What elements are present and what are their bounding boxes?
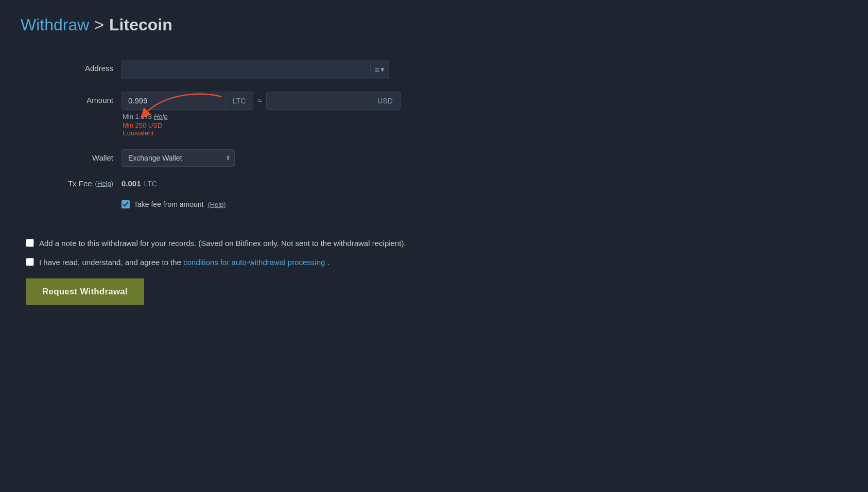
usd-currency-tag: USD — [370, 93, 400, 109]
address-book-button[interactable]: ≡ ▾ — [370, 65, 385, 74]
address-label: Address — [51, 60, 113, 73]
header-divider — [21, 44, 847, 44]
withdrawal-form: Address ≡ ▾ Amount LTC ≈ — [51, 60, 847, 208]
txfee-value-group: 0.001 LTC — [121, 179, 157, 188]
txfee-value: 0.001 — [121, 179, 141, 188]
address-input[interactable] — [128, 65, 368, 74]
ltc-amount-input[interactable] — [122, 92, 225, 109]
amount-inputs: LTC ≈ USD — [121, 92, 401, 110]
form-divider — [21, 223, 847, 223]
note-checkbox-row: Add a note to this withdrawal for your r… — [26, 238, 847, 250]
take-fee-help-link[interactable]: (Help) — [207, 201, 225, 208]
min-usd-error: Min 250 USD Equivalent — [123, 121, 401, 137]
amount-label: Amount — [51, 92, 113, 104]
agree-checkbox[interactable] — [26, 258, 34, 266]
conditions-link[interactable]: conditions for auto-withdrawal processin… — [183, 258, 325, 267]
min-help-link[interactable]: Help — [154, 113, 168, 120]
dropdown-arrow-icon: ▾ — [380, 65, 385, 74]
txfee-currency: LTC — [144, 180, 157, 188]
ltc-currency-tag: LTC — [225, 93, 253, 109]
checkboxes-section: Add a note to this withdrawal for your r… — [26, 238, 847, 268]
withdraw-heading: Withdraw — [21, 15, 89, 34]
address-input-wrapper: ≡ ▾ — [121, 60, 389, 79]
coin-heading: Litecoin — [109, 15, 172, 34]
usd-input-group: USD — [266, 92, 401, 110]
agree-label: I have read, understand, and agree to th… — [39, 257, 329, 269]
wallet-row: Wallet Exchange Wallet Margin Wallet Fun… — [51, 149, 847, 167]
wallet-select[interactable]: Exchange Wallet Margin Wallet Funding Wa… — [121, 149, 235, 167]
wallet-label: Wallet — [51, 149, 113, 162]
page-header: Withdraw > Litecoin — [21, 15, 847, 34]
txfee-label-group: Tx Fee (Help) — [51, 179, 113, 188]
note-checkbox[interactable] — [26, 239, 34, 247]
request-withdrawal-button[interactable]: Request Withdrawal — [26, 278, 144, 305]
txfee-help-link[interactable]: (Help) — [95, 180, 113, 187]
amount-hints: Min 1.673 Help Min 250 USD Equivalent — [121, 113, 401, 137]
amount-wrapper: LTC ≈ USD — [121, 92, 401, 137]
list-icon: ≡ — [375, 65, 379, 74]
amount-row: Amount LTC ≈ USD — [51, 92, 847, 137]
breadcrumb-separator: > — [94, 15, 104, 34]
note-label: Add a note to this withdrawal for your r… — [39, 238, 406, 250]
ltc-input-group: LTC — [121, 92, 253, 110]
usd-amount-input[interactable] — [267, 92, 370, 109]
txfee-label: Tx Fee — [68, 179, 92, 188]
address-row: Address ≡ ▾ — [51, 60, 847, 79]
take-fee-checkbox[interactable] — [121, 200, 130, 208]
wallet-select-wrapper: Exchange Wallet Margin Wallet Funding Wa… — [121, 149, 235, 167]
min-hint: Min 1.673 Help — [123, 113, 401, 120]
take-fee-label: Take fee from amount (Help) — [134, 200, 226, 208]
approx-symbol: ≈ — [257, 96, 262, 106]
take-fee-row: Take fee from amount (Help) — [121, 200, 847, 208]
txfee-row: Tx Fee (Help) 0.001 LTC — [51, 179, 847, 188]
agree-checkbox-row: I have read, understand, and agree to th… — [26, 257, 847, 269]
